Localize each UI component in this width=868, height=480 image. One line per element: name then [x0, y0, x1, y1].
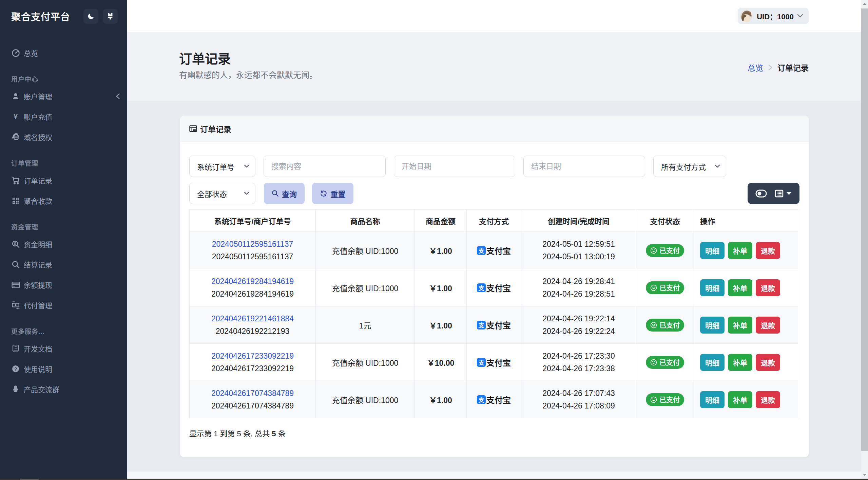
- table-list-icon: [775, 189, 784, 198]
- svg-text:支: 支: [479, 396, 485, 403]
- sidebar-item-聚合收款[interactable]: 聚合收款: [0, 193, 127, 209]
- table-list-icon: [189, 125, 197, 133]
- svg-text:支: 支: [479, 247, 485, 254]
- pagination-prefix: 显示第 1 到第 5 条, 总共: [189, 429, 272, 438]
- reset-button[interactable]: 重置: [312, 183, 353, 204]
- refund-button[interactable]: 退款: [756, 317, 780, 334]
- system-order-link[interactable]: 2024042617233092219: [211, 352, 294, 360]
- toggle-fullscreen-button[interactable]: [755, 189, 767, 198]
- supplement-button[interactable]: 补单: [728, 242, 752, 259]
- search-dollar-icon: $: [11, 240, 20, 248]
- column-header: 支付方式: [467, 209, 521, 232]
- sidebar-item-账户充值[interactable]: ¥账户充值: [0, 108, 127, 125]
- svg-text:支: 支: [479, 322, 485, 328]
- breadcrumb-home-link[interactable]: 总览: [748, 62, 763, 73]
- sidebar-item-开发文档[interactable]: 开发文档: [0, 340, 127, 357]
- product-name: 充值余额 UID:1000: [316, 232, 415, 269]
- completed-time: 2024-04-26 17:08:09: [542, 401, 615, 410]
- product-amount: ￥1.00: [429, 247, 452, 256]
- brush-icon: [107, 13, 114, 20]
- body-strip: [127, 472, 861, 478]
- user-icon: [11, 92, 20, 101]
- column-header: 操作: [694, 209, 798, 232]
- sidebar-item-label: 订单记录: [24, 175, 116, 185]
- qrcode-icon: [11, 196, 20, 205]
- alipay-icon: 支: [477, 246, 486, 255]
- scroll-down-icon[interactable]: [863, 474, 867, 476]
- system-order-link[interactable]: 2024050112595161137: [212, 240, 293, 248]
- vertical-scroll-thumb[interactable]: [861, 8, 868, 451]
- refund-button[interactable]: 退款: [756, 242, 780, 259]
- system-order-link[interactable]: 2024042619221461884: [211, 314, 294, 323]
- status-badge: 已支付: [646, 319, 684, 332]
- status-value: 全部状态: [197, 188, 227, 199]
- start-date-input[interactable]: [402, 162, 507, 171]
- order-type-value: 系统订单号: [197, 161, 234, 172]
- refund-button[interactable]: 退款: [756, 391, 780, 408]
- created-time: 2024-04-26 19:22:14: [542, 314, 615, 323]
- status-badge: 已支付: [646, 244, 684, 257]
- detail-button[interactable]: 明细: [700, 317, 725, 334]
- filter-row-1: 系统订单号 所有支付方式: [189, 156, 799, 177]
- pay-type-value: 所有支付方式: [661, 161, 706, 172]
- supplement-button[interactable]: 补单: [728, 391, 752, 408]
- sidebar-item-使用说明[interactable]: ?使用说明: [0, 361, 127, 377]
- breadcrumb: 总览 订单记录: [748, 62, 809, 73]
- scroll-up-icon[interactable]: [863, 2, 867, 5]
- end-date-input[interactable]: [531, 162, 637, 171]
- pay-method: 支付宝: [486, 244, 511, 256]
- sidebar-item-余额提现[interactable]: 余额提现: [0, 277, 127, 293]
- sidebar-item-label: 总览: [24, 48, 116, 58]
- pay-type-select[interactable]: 所有支付方式: [653, 156, 726, 177]
- refresh-icon: [320, 190, 330, 197]
- query-button[interactable]: 查询: [264, 183, 305, 204]
- status-select[interactable]: 全部状态: [189, 183, 255, 204]
- supplement-button[interactable]: 补单: [728, 279, 752, 296]
- sidebar-item-代付管理[interactable]: 代付管理: [0, 297, 127, 313]
- supplement-button[interactable]: 补单: [728, 317, 752, 334]
- menu-section-label: 更多服务...: [11, 327, 116, 335]
- search-input[interactable]: [271, 162, 378, 171]
- sidebar-item-资金明细[interactable]: $资金明细: [0, 236, 127, 252]
- sidebar: 聚合支付平台 总览用户中心账户管理¥账户充值域名授权订单管理订单记录聚合收款资金…: [0, 0, 127, 479]
- order-type-select[interactable]: 系统订单号: [189, 156, 255, 177]
- dark-mode-button[interactable]: [83, 9, 98, 24]
- system-order-link[interactable]: 2024042619284194619: [211, 277, 294, 286]
- column-header: 支付状态: [636, 209, 694, 232]
- theme-skin-button[interactable]: [103, 9, 118, 24]
- detail-button[interactable]: 明细: [700, 354, 725, 371]
- pagination-suffix: 条: [276, 429, 286, 438]
- user-menu[interactable]: UID：1000: [738, 8, 809, 24]
- page-content: 订单记录 系统订单号: [127, 101, 861, 472]
- refund-button[interactable]: 退款: [756, 279, 780, 296]
- detail-button[interactable]: 明细: [700, 391, 725, 408]
- merchant-order-no: 2024042617233092219: [211, 364, 294, 373]
- sidebar-item-账户管理[interactable]: 账户管理: [0, 88, 127, 104]
- product-amount: ￥1.00: [429, 321, 452, 330]
- system-order-link[interactable]: 2024042617074384789: [211, 389, 294, 398]
- sidebar-item-产品交流群[interactable]: 产品交流群: [0, 381, 127, 397]
- supplement-button[interactable]: 补单: [728, 354, 752, 371]
- column-header: 商品名称: [316, 209, 415, 232]
- horizontal-scrollbar[interactable]: [0, 479, 868, 480]
- sidebar-item-域名授权[interactable]: 域名授权: [0, 129, 127, 145]
- detail-button[interactable]: 明细: [700, 242, 725, 259]
- chevron-left-icon: [115, 93, 120, 100]
- horizontal-scroll-thumb[interactable]: [20, 479, 39, 480]
- sidebar-item-总览[interactable]: 总览: [0, 45, 127, 61]
- sidebar-item-label: 使用说明: [24, 364, 116, 374]
- sidebar-item-label: 余额提现: [24, 280, 116, 290]
- order-row: 20240426170743847892024042617074384789充值…: [190, 381, 798, 418]
- main-area: UID：1000 订单记录 有幽默感的人，永远都不会默默无闻。 总览 订单记录 …: [127, 0, 861, 479]
- sidebar-menu: 总览用户中心账户管理¥账户充值域名授权订单管理订单记录聚合收款资金管理$资金明细…: [0, 32, 127, 401]
- svg-text:?: ?: [14, 366, 17, 372]
- sidebar-item-label: 账户管理: [24, 91, 115, 101]
- sidebar-item-订单记录[interactable]: 订单记录: [0, 172, 127, 188]
- brand-title: 聚合支付平台: [11, 9, 83, 23]
- detail-button[interactable]: 明细: [700, 279, 725, 296]
- order-row: 2024042619221461884202404261922121931元￥1…: [190, 306, 798, 344]
- refund-button[interactable]: 退款: [756, 354, 780, 371]
- vertical-scrollbar[interactable]: [861, 0, 868, 479]
- columns-menu-button[interactable]: [775, 189, 792, 198]
- sidebar-item-结算记录[interactable]: 结算记录: [0, 256, 127, 273]
